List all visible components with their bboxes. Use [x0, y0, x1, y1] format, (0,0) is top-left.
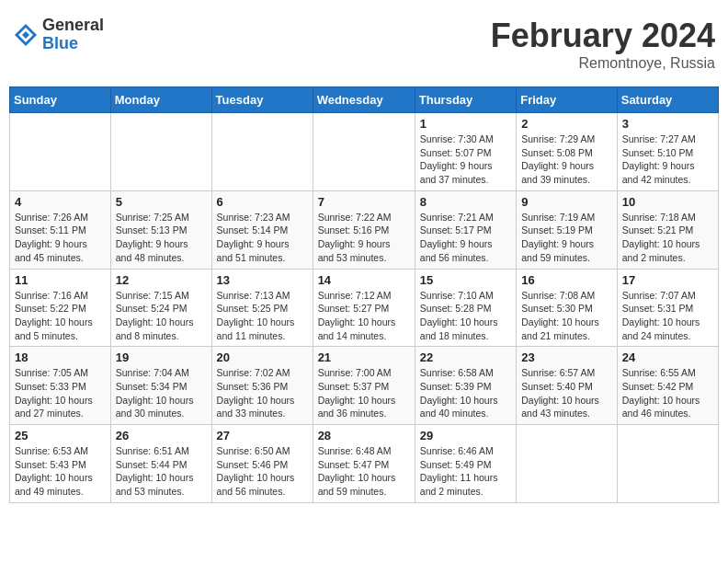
day-cell-10: 10Sunrise: 7:18 AM Sunset: 5:21 PM Dayli…	[617, 190, 718, 269]
page-header: General Blue February 2024 Remontnoye, R…	[9, 9, 719, 79]
day-number: 4	[15, 195, 106, 209]
day-info: Sunrise: 7:04 AM Sunset: 5:34 PM Dayligh…	[116, 366, 207, 420]
day-info: Sunrise: 7:21 AM Sunset: 5:17 PM Dayligh…	[420, 211, 511, 265]
day-info: Sunrise: 7:30 AM Sunset: 5:07 PM Dayligh…	[420, 132, 511, 187]
empty-cell	[517, 425, 618, 503]
day-info: Sunrise: 7:22 AM Sunset: 5:16 PM Dayligh…	[318, 211, 410, 265]
empty-cell	[110, 113, 211, 191]
day-info: Sunrise: 7:19 AM Sunset: 5:19 PM Dayligh…	[521, 211, 612, 265]
day-info: Sunrise: 7:07 AM Sunset: 5:31 PM Dayligh…	[622, 289, 713, 343]
empty-cell	[10, 113, 111, 191]
day-info: Sunrise: 7:08 AM Sunset: 5:30 PM Dayligh…	[521, 289, 612, 343]
day-info: Sunrise: 7:15 AM Sunset: 5:24 PM Dayligh…	[116, 289, 207, 343]
day-info: Sunrise: 6:48 AM Sunset: 5:47 PM Dayligh…	[318, 444, 410, 499]
day-number: 14	[318, 273, 410, 287]
day-number: 10	[622, 195, 713, 209]
weekday-header-thursday: Thursday	[415, 87, 516, 113]
week-row-4: 18Sunrise: 7:05 AM Sunset: 5:33 PM Dayli…	[10, 347, 719, 425]
day-number: 7	[318, 195, 410, 209]
week-row-3: 11Sunrise: 7:16 AM Sunset: 5:22 PM Dayli…	[10, 269, 719, 347]
day-number: 20	[217, 350, 308, 364]
day-number: 15	[420, 273, 511, 287]
day-number: 26	[116, 429, 207, 442]
day-cell-7: 7Sunrise: 7:22 AM Sunset: 5:16 PM Daylig…	[313, 190, 415, 269]
day-info: Sunrise: 7:18 AM Sunset: 5:21 PM Dayligh…	[622, 211, 713, 265]
day-info: Sunrise: 6:51 AM Sunset: 5:44 PM Dayligh…	[116, 444, 207, 499]
day-number: 1	[420, 117, 511, 131]
weekday-header-monday: Monday	[110, 87, 211, 113]
day-number: 2	[521, 117, 612, 131]
day-cell-5: 5Sunrise: 7:25 AM Sunset: 5:13 PM Daylig…	[110, 190, 211, 269]
calendar-title: February 2024	[491, 17, 715, 55]
day-cell-9: 9Sunrise: 7:19 AM Sunset: 5:19 PM Daylig…	[517, 190, 618, 269]
day-number: 28	[318, 429, 410, 442]
day-cell-3: 3Sunrise: 7:27 AM Sunset: 5:10 PM Daylig…	[617, 113, 718, 191]
weekday-header-friday: Friday	[517, 87, 618, 113]
day-number: 21	[318, 350, 410, 364]
day-cell-11: 11Sunrise: 7:16 AM Sunset: 5:22 PM Dayli…	[10, 269, 111, 347]
day-cell-25: 25Sunrise: 6:53 AM Sunset: 5:43 PM Dayli…	[10, 425, 111, 503]
weekday-header-tuesday: Tuesday	[211, 87, 313, 113]
day-info: Sunrise: 7:25 AM Sunset: 5:13 PM Dayligh…	[116, 211, 207, 265]
weekday-header-wednesday: Wednesday	[313, 87, 415, 113]
day-info: Sunrise: 7:05 AM Sunset: 5:33 PM Dayligh…	[15, 366, 106, 420]
day-info: Sunrise: 7:10 AM Sunset: 5:28 PM Dayligh…	[420, 289, 511, 343]
day-cell-26: 26Sunrise: 6:51 AM Sunset: 5:44 PM Dayli…	[110, 425, 211, 503]
week-row-2: 4Sunrise: 7:26 AM Sunset: 5:11 PM Daylig…	[10, 190, 719, 269]
logo-general-text: General	[42, 17, 104, 35]
day-number: 13	[217, 273, 308, 287]
day-cell-23: 23Sunrise: 6:57 AM Sunset: 5:40 PM Dayli…	[517, 347, 618, 425]
day-cell-22: 22Sunrise: 6:58 AM Sunset: 5:39 PM Dayli…	[415, 347, 516, 425]
weekday-header-saturday: Saturday	[617, 87, 718, 113]
day-cell-4: 4Sunrise: 7:26 AM Sunset: 5:11 PM Daylig…	[10, 190, 111, 269]
day-info: Sunrise: 7:13 AM Sunset: 5:25 PM Dayligh…	[217, 289, 308, 343]
weekday-header-row: SundayMondayTuesdayWednesdayThursdayFrid…	[10, 87, 719, 113]
logo-blue-text: Blue	[42, 35, 104, 53]
week-row-5: 25Sunrise: 6:53 AM Sunset: 5:43 PM Dayli…	[10, 425, 719, 503]
day-info: Sunrise: 7:12 AM Sunset: 5:27 PM Dayligh…	[318, 289, 410, 343]
day-info: Sunrise: 6:57 AM Sunset: 5:40 PM Dayligh…	[521, 366, 612, 420]
day-number: 3	[622, 117, 713, 131]
day-cell-12: 12Sunrise: 7:15 AM Sunset: 5:24 PM Dayli…	[110, 269, 211, 347]
day-cell-28: 28Sunrise: 6:48 AM Sunset: 5:47 PM Dayli…	[313, 425, 415, 503]
day-cell-16: 16Sunrise: 7:08 AM Sunset: 5:30 PM Dayli…	[517, 269, 618, 347]
day-cell-6: 6Sunrise: 7:23 AM Sunset: 5:14 PM Daylig…	[211, 190, 313, 269]
weekday-header-sunday: Sunday	[10, 87, 111, 113]
day-number: 12	[116, 273, 207, 287]
day-info: Sunrise: 7:26 AM Sunset: 5:11 PM Dayligh…	[15, 211, 106, 265]
day-info: Sunrise: 7:16 AM Sunset: 5:22 PM Dayligh…	[15, 289, 106, 343]
empty-cell	[617, 425, 718, 503]
day-cell-21: 21Sunrise: 7:00 AM Sunset: 5:37 PM Dayli…	[313, 347, 415, 425]
calendar-location: Remontnoye, Russia	[491, 55, 715, 72]
logo-text: General Blue	[42, 17, 104, 53]
day-info: Sunrise: 6:50 AM Sunset: 5:46 PM Dayligh…	[217, 444, 308, 499]
day-number: 9	[521, 195, 612, 209]
title-block: February 2024 Remontnoye, Russia	[491, 17, 715, 72]
day-number: 5	[116, 195, 207, 209]
logo-icon	[13, 22, 39, 48]
day-cell-13: 13Sunrise: 7:13 AM Sunset: 5:25 PM Dayli…	[211, 269, 313, 347]
day-cell-29: 29Sunrise: 6:46 AM Sunset: 5:49 PM Dayli…	[415, 425, 516, 503]
day-number: 6	[217, 195, 308, 209]
day-info: Sunrise: 6:55 AM Sunset: 5:42 PM Dayligh…	[622, 366, 713, 420]
day-number: 11	[15, 273, 106, 287]
day-info: Sunrise: 7:02 AM Sunset: 5:36 PM Dayligh…	[217, 366, 308, 420]
day-cell-8: 8Sunrise: 7:21 AM Sunset: 5:17 PM Daylig…	[415, 190, 516, 269]
day-number: 23	[521, 350, 612, 364]
day-info: Sunrise: 6:58 AM Sunset: 5:39 PM Dayligh…	[420, 366, 511, 420]
day-number: 27	[217, 429, 308, 442]
empty-cell	[211, 113, 313, 191]
day-number: 29	[420, 429, 511, 442]
day-number: 25	[15, 429, 106, 442]
day-cell-27: 27Sunrise: 6:50 AM Sunset: 5:46 PM Dayli…	[211, 425, 313, 503]
week-row-1: 1Sunrise: 7:30 AM Sunset: 5:07 PM Daylig…	[10, 113, 719, 191]
day-number: 19	[116, 350, 207, 364]
day-cell-15: 15Sunrise: 7:10 AM Sunset: 5:28 PM Dayli…	[415, 269, 516, 347]
day-number: 18	[15, 350, 106, 364]
day-number: 24	[622, 350, 713, 364]
day-cell-24: 24Sunrise: 6:55 AM Sunset: 5:42 PM Dayli…	[617, 347, 718, 425]
day-info: Sunrise: 7:00 AM Sunset: 5:37 PM Dayligh…	[318, 366, 410, 420]
day-number: 22	[420, 350, 511, 364]
day-cell-19: 19Sunrise: 7:04 AM Sunset: 5:34 PM Dayli…	[110, 347, 211, 425]
day-cell-18: 18Sunrise: 7:05 AM Sunset: 5:33 PM Dayli…	[10, 347, 111, 425]
